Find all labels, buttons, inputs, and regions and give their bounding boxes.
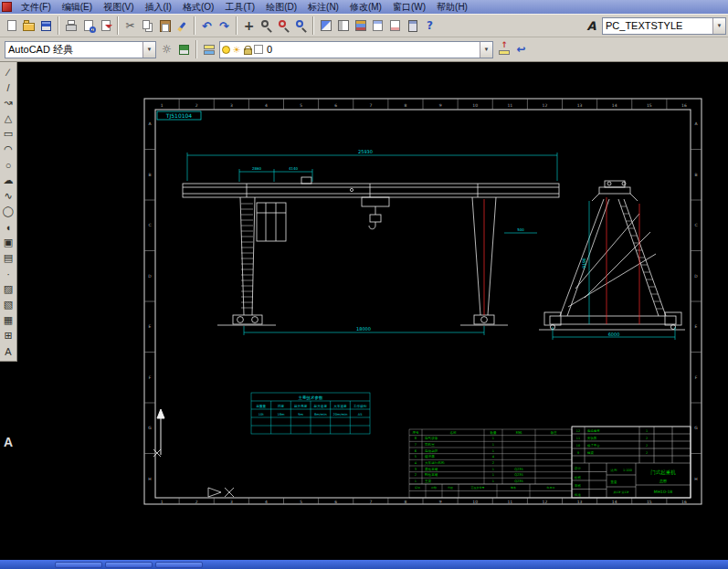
gradient-tool[interactable]: ▧ bbox=[1, 297, 16, 312]
plot-icon bbox=[64, 18, 79, 33]
bom-cell: 8 bbox=[415, 437, 417, 440]
layer-properties-manager-button[interactable] bbox=[200, 41, 217, 58]
taskbar-button[interactable] bbox=[105, 562, 153, 568]
undo-button[interactable] bbox=[198, 17, 216, 35]
menu-view[interactable]: 视图(V) bbox=[98, 0, 139, 14]
menu-format[interactable]: 格式(O) bbox=[177, 0, 219, 14]
projection-symbol bbox=[208, 488, 234, 497]
region-tool[interactable]: ▦ bbox=[1, 312, 16, 328]
bom-cell: Q235 bbox=[514, 473, 523, 477]
sheet-number: TJ510104 bbox=[165, 112, 193, 120]
redo-button[interactable] bbox=[216, 17, 233, 35]
zone-row-label: E bbox=[149, 324, 152, 329]
markup-set-manager-button[interactable] bbox=[386, 17, 404, 35]
hatch-tool[interactable]: ▨ bbox=[1, 281, 16, 297]
menu-window[interactable]: 窗口(W) bbox=[387, 0, 431, 14]
spline-tool[interactable]: ∿ bbox=[1, 188, 16, 204]
qnew-button[interactable] bbox=[3, 17, 20, 35]
tool-palettes-button[interactable] bbox=[352, 17, 369, 35]
open-button[interactable] bbox=[20, 17, 37, 35]
pan-realtime-button[interactable] bbox=[240, 17, 258, 35]
zone-col-label: 12 bbox=[543, 103, 548, 108]
layer-combo-value: 0 bbox=[264, 44, 480, 55]
zone-row-label: D bbox=[694, 274, 698, 279]
menu-help[interactable]: 帮助(H) bbox=[431, 0, 473, 14]
redo-icon bbox=[217, 18, 232, 33]
ellipse-tool[interactable]: ◯ bbox=[1, 204, 16, 219]
menu-tools[interactable]: 工具(T) bbox=[219, 0, 260, 14]
zoom-previous-button[interactable] bbox=[292, 17, 310, 35]
workspace-combo[interactable]: AutoCAD 经典▼ bbox=[5, 41, 156, 58]
workspace-combo-dropdown[interactable]: ▼ bbox=[142, 42, 155, 58]
plot-button[interactable] bbox=[62, 17, 79, 35]
line-tool[interactable]: ∕ bbox=[1, 64, 16, 79]
standard-toolbar: PC_TEXTSTYLE▼ bbox=[0, 14, 728, 37]
insert-block-tool[interactable]: ▣ bbox=[1, 235, 16, 250]
make-object-layer-current-button[interactable] bbox=[495, 41, 512, 58]
param-header: 跨度 bbox=[278, 404, 285, 408]
text-style-combo-dropdown[interactable]: ▼ bbox=[712, 18, 725, 34]
help-button[interactable] bbox=[421, 17, 438, 35]
bom-cell: 大车运行机构 bbox=[425, 460, 445, 465]
arc-tool[interactable]: ◠ bbox=[1, 142, 16, 157]
zone-col-label: 10 bbox=[472, 500, 478, 504]
construction-line-tool[interactable]: / bbox=[1, 79, 16, 95]
properties-button[interactable] bbox=[317, 17, 334, 35]
layer-combo-dropdown[interactable]: ▼ bbox=[480, 42, 492, 58]
rectangle-tool[interactable]: ▭ bbox=[1, 126, 16, 142]
circle-tool[interactable]: ○ bbox=[1, 157, 16, 173]
match-properties-button[interactable] bbox=[174, 17, 191, 35]
make-block-tool[interactable]: ▤ bbox=[1, 250, 16, 266]
zoom-window-button[interactable] bbox=[275, 17, 292, 35]
publish-button[interactable] bbox=[97, 17, 114, 35]
menu-edit[interactable]: 编辑(E) bbox=[57, 0, 98, 14]
designcenter-button[interactable] bbox=[334, 17, 352, 35]
quickcalc-button[interactable] bbox=[404, 17, 421, 35]
mtext-tool-icon[interactable]: A bbox=[4, 435, 13, 449]
save-button[interactable] bbox=[37, 17, 55, 35]
text-style-combo[interactable]: PC_TEXTSTYLE▼ bbox=[602, 17, 726, 35]
taskbar-button[interactable] bbox=[55, 562, 102, 568]
menu-insert[interactable]: 插入(I) bbox=[139, 0, 176, 14]
zoom-realtime-button[interactable] bbox=[258, 17, 275, 35]
bom-cell: 1 bbox=[492, 449, 494, 453]
polygon-tool[interactable]: △ bbox=[1, 111, 16, 126]
cut-button[interactable] bbox=[121, 17, 139, 35]
bom-cell: Q235 bbox=[514, 479, 523, 483]
point-tool[interactable]: · bbox=[1, 266, 16, 281]
copy-button[interactable] bbox=[139, 17, 156, 35]
tb-top-cell: 1 bbox=[646, 429, 648, 433]
text-style-button[interactable] bbox=[583, 17, 600, 35]
tb-top-cell: 梯子平台 bbox=[586, 443, 600, 448]
menu-file[interactable]: 文件(F) bbox=[16, 0, 57, 14]
menu-modify[interactable]: 修改(M) bbox=[344, 0, 387, 14]
ellipse-arc-tool[interactable]: ◖ bbox=[1, 219, 16, 235]
paste-button[interactable] bbox=[156, 17, 174, 35]
menu-dimension[interactable]: 标注(N) bbox=[302, 0, 344, 14]
app-icon[interactable] bbox=[2, 2, 12, 12]
layer-previous-button[interactable] bbox=[512, 41, 530, 58]
zone-col-label: 3 bbox=[230, 500, 233, 504]
revision-cloud-tool[interactable]: ☁ bbox=[1, 173, 16, 188]
properties-icon bbox=[319, 18, 333, 33]
bom-cell: 电动葫芦 bbox=[425, 449, 438, 453]
bom-cell: Q235 bbox=[514, 468, 523, 471]
menu-draw[interactable]: 绘图(D) bbox=[260, 0, 302, 14]
dim-side-height: 9190 bbox=[582, 258, 586, 269]
param-cell: 8m/min bbox=[314, 413, 327, 416]
tb-top-cell: 2 bbox=[646, 437, 648, 440]
zone-row-label: A bbox=[694, 121, 698, 126]
taskbar-button[interactable] bbox=[155, 562, 203, 568]
multiline-text-tool[interactable]: A bbox=[1, 343, 16, 359]
layer-combo[interactable]: 0▼ bbox=[219, 41, 493, 58]
save-workspace-icon bbox=[177, 42, 192, 57]
sheet-set-manager-button[interactable] bbox=[369, 17, 386, 35]
save-workspace-button[interactable] bbox=[175, 41, 193, 58]
drawing-canvas[interactable]: 1122334455667788991010111112121313141415… bbox=[0, 62, 728, 560]
polyline-tool[interactable]: ↝ bbox=[1, 95, 16, 111]
workspace-settings-button[interactable] bbox=[158, 41, 175, 58]
zone-col-label: 15 bbox=[647, 500, 652, 504]
zone-col-label: 6 bbox=[334, 103, 337, 108]
table-tool[interactable]: ⊞ bbox=[1, 328, 16, 343]
plot-preview-button[interactable] bbox=[79, 17, 97, 35]
